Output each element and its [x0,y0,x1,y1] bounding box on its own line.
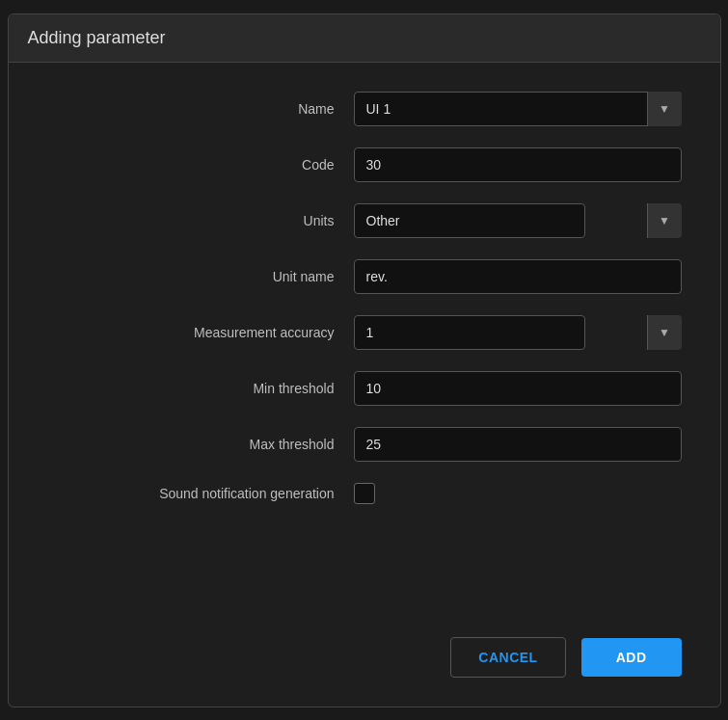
units-select-wrapper: Other ▼ [354,203,682,238]
code-label: Code [142,157,335,173]
units-select[interactable]: Other [354,203,585,238]
cancel-button[interactable]: CANCEL [450,637,565,678]
unit-name-control [354,259,682,294]
sound-notification-label: Sound notification generation [142,486,335,501]
sound-notification-control [354,483,682,504]
dialog-body: Name UI 1 ▼ Code Units [9,63,720,618]
code-row: Code [47,147,682,182]
unit-name-input[interactable] [354,259,682,294]
sound-notification-checkbox[interactable] [354,483,375,504]
unit-name-label: Unit name [142,269,335,284]
name-select-wrapper: UI 1 ▼ [354,92,682,126]
name-row: Name UI 1 ▼ [47,92,682,126]
measurement-accuracy-arrow-icon: ▼ [647,315,682,350]
units-select-arrow-icon: ▼ [647,203,682,238]
measurement-accuracy-label: Measurement accuracy [142,325,335,340]
unit-name-row: Unit name [47,259,682,294]
measurement-accuracy-select[interactable]: 1 [354,315,585,350]
units-row: Units Other ▼ [47,203,682,238]
measurement-accuracy-control: 1 ▼ [354,315,682,350]
code-input[interactable] [354,147,682,182]
add-button[interactable]: ADD [581,638,682,677]
code-control [354,147,682,182]
name-select[interactable]: UI 1 [354,92,682,126]
max-threshold-input[interactable] [354,427,682,462]
min-threshold-row: Min threshold [47,371,682,406]
sound-notification-row: Sound notification generation [47,483,682,504]
name-control: UI 1 ▼ [354,92,682,126]
min-threshold-input[interactable] [354,371,682,406]
name-label: Name [142,101,335,117]
min-threshold-label: Min threshold [142,381,335,396]
max-threshold-control [354,427,682,462]
max-threshold-row: Max threshold [47,427,682,462]
max-threshold-label: Max threshold [142,437,335,452]
dialog-footer: CANCEL ADD [9,618,720,707]
units-label: Units [142,213,335,228]
dialog-title: Adding parameter [9,14,720,63]
adding-parameter-dialog: Adding parameter Name UI 1 ▼ Code Un [8,13,721,707]
measurement-accuracy-row: Measurement accuracy 1 ▼ [47,315,682,350]
measurement-accuracy-select-wrapper: 1 ▼ [354,315,682,350]
units-control: Other ▼ [354,203,682,238]
min-threshold-control [354,371,682,406]
